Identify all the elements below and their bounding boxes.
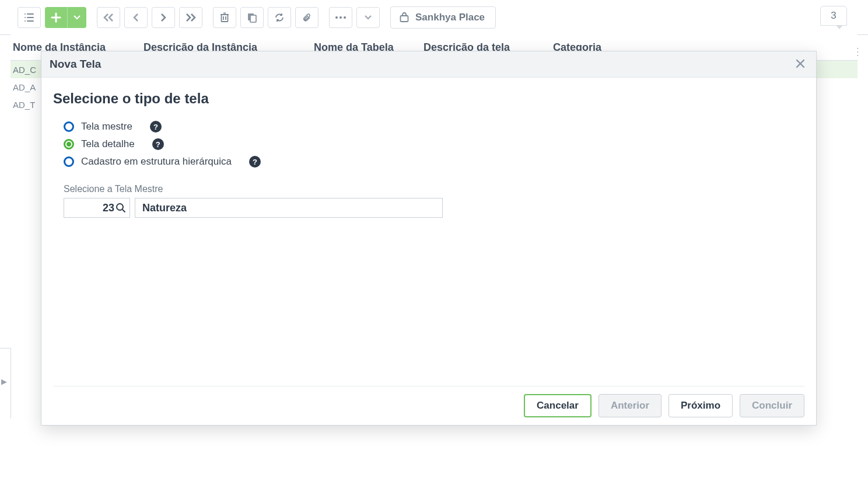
paperclip-icon: [302, 12, 312, 23]
help-mestre-button[interactable]: ?: [150, 121, 162, 133]
help-hierarquica-button[interactable]: ?: [249, 156, 261, 168]
finish-button: Concluir: [740, 394, 804, 417]
attach-button[interactable]: [295, 7, 318, 28]
radio-hierarquica-label: Cadastro em estrutura hierárquica: [81, 156, 232, 168]
svg-point-15: [335, 16, 338, 19]
dots-icon: [335, 16, 346, 19]
expand-side-panel-button[interactable]: ▶: [1, 377, 7, 386]
trash-icon: [220, 12, 229, 23]
chevrons-right-icon: [185, 13, 197, 22]
sankhya-place-button[interactable]: Sankhya Place: [390, 6, 496, 29]
nav-first-button[interactable]: [97, 7, 120, 28]
cell: AD_T: [13, 100, 35, 110]
master-field-label: Selecione a Tela Mestre: [64, 184, 804, 194]
svg-rect-14: [250, 15, 256, 22]
svg-point-17: [344, 16, 346, 19]
master-name-input[interactable]: [135, 198, 443, 218]
nova-tela-modal: Nova Tela Selecione o tipo de tela Tela …: [41, 51, 817, 426]
radio-option-detalhe[interactable]: Tela detalhe ?: [64, 138, 804, 150]
svg-rect-18: [401, 16, 408, 22]
search-icon[interactable]: [116, 203, 126, 213]
chevron-down-icon: [365, 15, 372, 20]
radio-option-mestre[interactable]: Tela mestre ?: [64, 121, 804, 133]
chevron-right-icon: [160, 13, 167, 22]
radio-mestre-label: Tela mestre: [81, 121, 132, 133]
more-button[interactable]: [329, 7, 352, 28]
master-lookup: 23: [64, 198, 804, 218]
next-button[interactable]: Próximo: [668, 394, 733, 417]
master-code-value: 23: [103, 202, 114, 214]
help-detalhe-button[interactable]: ?: [152, 138, 164, 150]
refresh-icon: [274, 12, 285, 23]
list-view-button[interactable]: [18, 7, 41, 28]
radio-option-hierarquica[interactable]: Cadastro em estrutura hierárquica ?: [64, 156, 804, 168]
sankhya-place-label: Sankhya Place: [415, 12, 485, 23]
modal-footer: Cancelar Anterior Próximo Concluir: [53, 386, 804, 425]
modal-header: Nova Tela: [41, 51, 816, 78]
modal-body: Selecione o tipo de tela Tela mestre ? T…: [41, 78, 816, 386]
radio-detalhe-label: Tela detalhe: [81, 138, 135, 150]
notification-badge[interactable]: 3: [820, 6, 847, 26]
chevrons-left-icon: [103, 13, 114, 22]
svg-point-24: [117, 204, 123, 210]
delete-button[interactable]: [213, 7, 236, 28]
radio-hierarquica[interactable]: [64, 156, 74, 167]
cancel-button[interactable]: Cancelar: [524, 394, 592, 417]
chevron-down-icon: [74, 15, 80, 20]
toolbar: Sankhya Place: [0, 0, 868, 35]
radio-mestre[interactable]: [64, 121, 74, 132]
more-dropdown-button[interactable]: [356, 7, 380, 28]
copy-icon: [247, 12, 257, 23]
notification-count: 3: [831, 10, 836, 22]
add-dropdown-button[interactable]: [68, 7, 86, 28]
svg-line-25: [123, 210, 125, 212]
bag-icon: [399, 12, 410, 23]
nav-next-button[interactable]: [152, 7, 175, 28]
add-split-button[interactable]: [45, 7, 86, 28]
section-title: Selecione o tipo de tela: [53, 90, 804, 107]
cell: AD_C: [13, 65, 36, 75]
plus-icon: [51, 12, 61, 23]
chevron-left-icon: [132, 13, 139, 22]
master-code-input[interactable]: 23: [64, 198, 130, 218]
close-icon: [795, 58, 806, 69]
previous-button: Anterior: [598, 394, 662, 417]
cell: AD_A: [13, 82, 36, 92]
radio-detalhe[interactable]: [64, 139, 74, 149]
add-button[interactable]: [45, 7, 67, 28]
master-name-value[interactable]: [141, 201, 436, 215]
modal-title: Nova Tela: [50, 58, 101, 71]
nav-last-button[interactable]: [179, 7, 202, 28]
refresh-button[interactable]: [268, 7, 291, 28]
modal-close-button[interactable]: [793, 56, 808, 73]
svg-rect-8: [222, 15, 228, 22]
copy-button[interactable]: [240, 7, 264, 28]
nav-prev-button[interactable]: [124, 7, 148, 28]
svg-point-16: [340, 16, 342, 19]
